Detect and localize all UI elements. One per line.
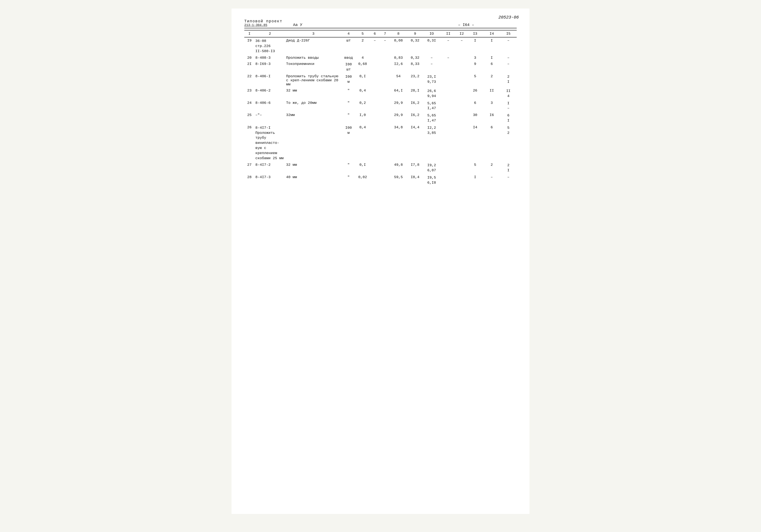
cell-8-c14: 6	[484, 124, 500, 162]
cell-2-c8: 0,83	[390, 55, 407, 61]
cell-2-c12	[457, 55, 467, 61]
cell-2-c7	[380, 55, 390, 61]
page-number: 20523-06	[498, 15, 519, 20]
cell-3-c12	[457, 61, 467, 73]
cell-6-c5: 0,2	[356, 100, 370, 112]
cell-8-c9: I4,4	[407, 124, 423, 162]
cell-1-c11: –	[440, 37, 456, 55]
cell-10-c10: I9,56,I8	[423, 174, 440, 186]
cell-1-c5: 2	[356, 37, 370, 55]
cell-7-c6	[370, 112, 380, 124]
cell-2-c14: I	[484, 55, 500, 61]
cell-6-c8: 29,9	[390, 100, 407, 112]
cell-8-c6	[370, 124, 380, 162]
col-header-6: 6	[370, 30, 380, 37]
header-area: Типовой проект 213-1-304.85 Аа У – I64 –	[244, 19, 517, 28]
col-header-15: I5	[500, 30, 517, 37]
cell-7-c10: 5,65I,47	[423, 112, 440, 124]
cell-9-desc: 32 мм	[285, 162, 342, 174]
cell-6-c10: 5,65I,47	[423, 100, 440, 112]
table-row: 228-406-IПроложить трубу стальную с креп…	[244, 73, 517, 88]
cell-7-c14: I6	[484, 112, 500, 124]
cell-4-c10: 23,I9,73	[423, 73, 440, 88]
cell-10-c7	[380, 174, 390, 186]
cell-5-c13: 26	[467, 88, 484, 100]
cell-6-c11	[440, 100, 456, 112]
cell-1-unit: шт	[342, 37, 356, 55]
cell-5-unit: "	[342, 88, 356, 100]
cell-9-num: 27	[244, 162, 255, 174]
cell-3-code: 8-I69-3	[255, 61, 285, 73]
cell-1-c9: 0,32	[407, 37, 423, 55]
cell-9-unit: "	[342, 162, 356, 174]
cell-4-c5: 0,I	[356, 73, 370, 88]
cell-8-desc	[285, 124, 342, 162]
header-left: Типовой проект 213-1-304.85	[244, 19, 282, 27]
cell-7-code: –"–	[255, 112, 285, 124]
cell-3-c10: –	[423, 61, 440, 73]
col-header-14: I4	[484, 30, 500, 37]
main-table: I 2 3 4 5 6 7 8 9 IO II I2 I3 I4 I5 I936…	[244, 30, 517, 186]
cell-9-c10: I9,26,07	[423, 162, 440, 174]
table-row: 278-4I7-232 мм"0,I49,8I7,8I9,26,07522I	[244, 162, 517, 174]
col-header-8: 8	[390, 30, 407, 37]
cell-2-c11: –	[440, 55, 456, 61]
cell-8-c12	[457, 124, 467, 162]
cell-9-c11	[440, 162, 456, 174]
table-row: 248-406-6То же, до 20мм"0,229,9I6,25,65I…	[244, 100, 517, 112]
cell-9-code: 8-4I7-2	[255, 162, 285, 174]
cell-2-num: 20	[244, 55, 255, 61]
cell-5-c5: 0,4	[356, 88, 370, 100]
table-row: 238-406-232 мм"0,464,I28,I26,69,9426IIII…	[244, 88, 517, 100]
col-header-7: 7	[380, 30, 390, 37]
cell-3-desc: Токоприемники	[285, 61, 342, 73]
cell-8-c7	[380, 124, 390, 162]
col-header-1: I	[244, 30, 255, 37]
cell-2-c6	[370, 55, 380, 61]
column-headers: I 2 3 4 5 6 7 8 9 IO II I2 I3 I4 I5	[244, 30, 517, 37]
cell-5-c15: II4	[500, 88, 517, 100]
cell-8-c11	[440, 124, 456, 162]
cell-7-c12	[457, 112, 467, 124]
cell-3-c8: I2,6	[390, 61, 407, 73]
cell-7-unit: "	[342, 112, 356, 124]
cell-5-desc: 32 мм	[285, 88, 342, 100]
cell-7-c5: I,0	[356, 112, 370, 124]
cell-4-code: 8-406-I	[255, 73, 285, 88]
cell-4-c8: 54	[390, 73, 407, 88]
header-page-ref: – I64 –	[458, 23, 474, 27]
cell-7-c9: I6,2	[407, 112, 423, 124]
cell-9-c6	[370, 162, 380, 174]
cell-5-c8: 64,I	[390, 88, 407, 100]
cell-5-c10: 26,69,94	[423, 88, 440, 100]
cell-8-code: 8-4I7-IПроложить трубу винипласто-вую с …	[255, 124, 285, 162]
cell-3-c14: 6	[484, 61, 500, 73]
cell-6-c7	[380, 100, 390, 112]
cell-2-desc: Проложить вводы	[285, 55, 342, 61]
cell-5-c14: II	[484, 88, 500, 100]
header-aa: Аа У	[293, 23, 302, 27]
col-header-12: I2	[457, 30, 467, 37]
col-header-4: 4	[342, 30, 356, 37]
table-row: 208-408-3Проложить вводыввод40,830,32––3…	[244, 55, 517, 61]
cell-1-c6: –	[370, 37, 380, 55]
cell-8-c13: I4	[467, 124, 484, 162]
cell-10-code: 8-4I7-3	[255, 174, 285, 186]
cell-2-c15: –	[500, 55, 517, 61]
cell-10-c12	[457, 174, 467, 186]
cell-7-c8: 29,9	[390, 112, 407, 124]
cell-6-c13: 6	[467, 100, 484, 112]
cell-6-c12	[457, 100, 467, 112]
cell-6-unit: "	[342, 100, 356, 112]
cell-9-c12	[457, 162, 467, 174]
cell-9-c8: 49,8	[390, 162, 407, 174]
cell-3-c6	[370, 61, 380, 73]
cell-9-c14: 2	[484, 162, 500, 174]
cell-7-c13: 30	[467, 112, 484, 124]
cell-6-desc: То же, до 20мм	[285, 100, 342, 112]
header-title: Типовой проект	[244, 19, 282, 24]
col-header-5: 5	[356, 30, 370, 37]
cell-1-desc: Диод Д-226Г	[285, 37, 342, 55]
cell-2-c9: 0,32	[407, 55, 423, 61]
cell-8-num: 26	[244, 124, 255, 162]
